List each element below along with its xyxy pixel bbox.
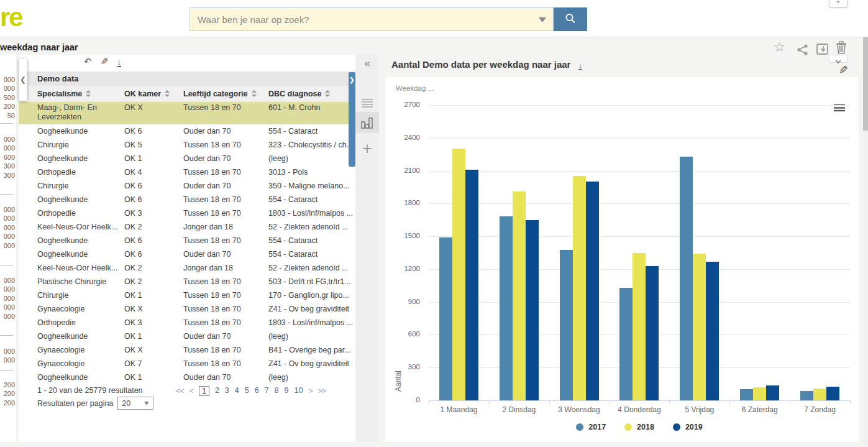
sort-icon[interactable] [86,90,91,97]
table-row[interactable]: Keel-Neus-Oor Heelk...OK 2Jonger dan 185… [19,220,355,234]
dataset-tab[interactable]: Demo data [19,71,355,86]
sort-icon[interactable] [325,90,330,97]
bar-2018[interactable] [452,149,465,400]
list-view-icon[interactable] [355,98,379,111]
page-number[interactable]: 8 [275,386,279,396]
prev-page-button[interactable]: < [190,387,193,395]
next-page-button[interactable]: > [308,387,312,395]
last-page-button[interactable]: >> [318,387,326,395]
download-icon[interactable]: ↓ [117,58,122,67]
bar-2017[interactable] [439,237,452,400]
facet-count: 000 [0,135,15,144]
table-row[interactable]: OogheelkundeOK 6Tussen 18 en 70554 - Cat… [19,234,355,247]
bar-2018[interactable] [573,176,586,400]
page-scrollbar[interactable] [863,37,868,447]
search-dropdown-arrow-icon[interactable] [539,17,546,22]
app-logo[interactable]: re [0,2,22,32]
page-number[interactable]: 9 [285,386,289,396]
search-input[interactable] [190,7,554,31]
page-number[interactable]: 4 [235,386,239,396]
table-row[interactable]: Keel-Neus-Oor Heelk...OK 2Jonger dan 185… [19,261,355,275]
page-number[interactable]: 1 [199,386,209,396]
facet-count: 000 [0,214,15,223]
facet-divider [0,194,13,195]
legend-item-2018[interactable]: 2018 [624,423,654,431]
chart-download-icon[interactable]: ↓ [578,61,583,70]
search-button[interactable] [554,7,587,31]
page-number[interactable]: 7 [265,386,269,396]
table-cell: Tussen 18 en 70 [183,209,268,218]
table-row[interactable]: ChirurgieOK 5Tussen 18 en 70323 - Cholec… [19,138,355,152]
bar-2018[interactable] [693,254,706,400]
page-number[interactable]: 6 [255,386,259,396]
table-scroll-right-indicator[interactable]: ❯ [349,72,355,167]
table-row[interactable]: Plastische ChirurgieOK 2Tussen 18 en 705… [19,275,355,288]
bar-2019[interactable] [465,170,478,400]
edit-pencil-icon[interactable]: ✎ [101,56,109,67]
legend-item-2019[interactable]: 2019 [673,423,703,431]
table-row[interactable]: OogheelkundeOK 6Ouder dan 70554 - Catara… [19,124,355,138]
column-header[interactable]: Specialisme [37,90,124,98]
bar-2017[interactable] [560,250,573,400]
table-row[interactable]: OogheelkundeOK 1Ouder dan 70(leeg) [19,152,355,165]
bar-2018[interactable] [753,387,766,400]
table-row[interactable]: GynaecologieOK XTussen 18 en 70B41 - Ove… [19,343,355,357]
per-page-select[interactable]: 20 [117,397,153,410]
panel-drag-handle[interactable]: ❮ [19,58,27,101]
scrollbar-thumb[interactable] [863,37,868,131]
table-row[interactable]: OogheelkundeOK 1Ouder dan 70(leeg) [19,371,355,384]
table-cell: Tussen 18 en 70 [183,195,268,204]
table-row[interactable]: Maag-, Darm- En LeverziektenOK XTussen 1… [19,102,355,124]
edit-chart-pencil-icon[interactable]: ✎ [839,63,848,77]
bar-2018[interactable] [813,389,826,400]
bar-2019[interactable] [766,385,779,400]
bar-2017[interactable] [740,389,753,400]
bar-2019[interactable] [706,262,719,400]
chart-view-icon[interactable] [355,112,379,133]
table-row[interactable]: OogheelkundeOK 1Ouder dan 70(leeg) [19,329,355,343]
favorite-star-icon[interactable]: ☆ [774,40,785,55]
add-view-icon[interactable]: + [355,139,379,159]
bar-2018[interactable] [513,191,526,400]
bar-2017[interactable] [619,288,633,400]
column-header[interactable]: OK kamer [124,90,183,98]
collapse-panel-icon[interactable]: « [355,57,379,70]
column-header[interactable]: Leeftijd categorie [183,90,268,98]
bar-2017[interactable] [680,157,693,400]
table-row[interactable]: OrthopedieOK 3Tussen 18 en 701803 - Losl… [19,206,355,220]
table-row[interactable]: OogheelkundeOK 6Ouder dan 70554 - Catara… [19,247,355,261]
legend-item-2017[interactable]: 2017 [576,423,606,431]
table-row[interactable]: OogheelkundeOK 6Tussen 18 en 70554 - Cat… [19,193,355,206]
bar-2017[interactable] [800,391,813,400]
page-number[interactable]: 3 [225,386,229,396]
per-page-value: 20 [122,399,130,408]
facet-count-group: 200200200 [0,380,15,407]
bar-2018[interactable] [633,253,646,400]
table-row[interactable]: ChirurgieOK 6Ouder dan 70350 - Maligne m… [19,179,355,193]
trash-icon[interactable] [835,41,847,54]
column-header[interactable]: DBC diagnose [268,90,355,98]
table-row[interactable]: GynaecologieOK XTussen 18 en 70Z41 - Ov … [19,302,355,316]
first-page-button[interactable]: << [176,387,184,395]
table-row[interactable]: ChirurgieOK 1Tussen 18 en 70170 - Gangli… [19,288,355,302]
sort-icon[interactable] [252,90,257,97]
bar-2019[interactable] [646,266,659,400]
collapse-topbar-button[interactable]: ⌃ [829,0,847,7]
bar-2017[interactable] [500,216,513,400]
share-icon[interactable] [796,44,810,56]
table-row[interactable]: OrthopedieOK 4Tussen 18 en 703013 - Pols [19,165,355,179]
table-cell: OK 1 [124,291,183,300]
bar-2019[interactable] [826,387,839,400]
table-row[interactable]: GynaecologieOK 7Tussen 18 en 70Z41 - Ov … [19,357,355,371]
sort-icon[interactable] [165,90,170,97]
save-export-icon[interactable] [816,43,829,55]
bar-2019[interactable] [586,182,599,400]
undo-icon[interactable]: ↶ [84,56,92,67]
legend-label: 2017 [588,423,606,431]
page-number[interactable]: 5 [245,386,249,396]
table-row[interactable]: OrthopedieOK 3Tussen 18 en 701803 - Losl… [19,316,355,329]
bar-2019[interactable] [526,220,539,400]
page-number[interactable]: 2 [215,386,219,396]
page-number[interactable]: 10 [295,386,303,396]
panel-chevron-down-button[interactable] [829,55,847,63]
